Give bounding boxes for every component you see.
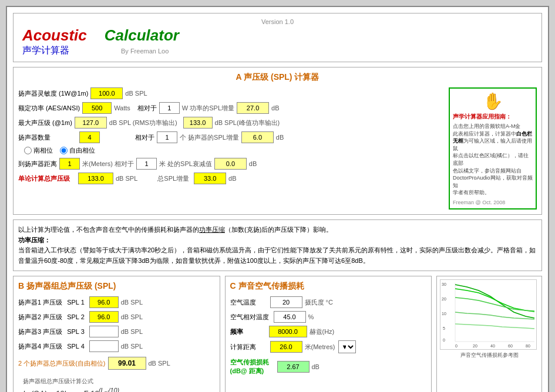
speaker1-unit: dB SPL — [121, 299, 143, 306]
relative-label2: 相对于 — [135, 133, 154, 142]
formula-display: Lp(OA) = 10log10 Σ 10(Lpi/10) n — [23, 387, 210, 392]
section-a-title: A 声压级 (SPL) 计算器 — [18, 72, 537, 83]
total-spl-result: 133.0 — [78, 173, 113, 184]
notes-section: 以上计算为理论值，不包含声音在空气中的传播损耗和扬声器的功率压缩（加数(克扬)后… — [13, 219, 542, 271]
total-spl-label: 单论计算总声压级 — [18, 174, 70, 183]
speaker-count-input[interactable] — [79, 131, 100, 143]
ref-power-unit: W 功率的SPL增量 — [182, 104, 234, 113]
version-text: Version 1.0 — [22, 18, 533, 25]
speaker2-input[interactable] — [89, 311, 119, 323]
speaker-spl-result: 6.0 — [241, 131, 274, 143]
distance-unit-select[interactable]: ▼ — [338, 340, 356, 353]
speaker4-input[interactable] — [89, 340, 119, 352]
radio-group: 南相位 自由相位 — [24, 146, 443, 155]
attenuation-result: 2.67 — [277, 361, 310, 373]
attenuation-unit: dB — [312, 363, 319, 370]
chart-svg: 30 20 10 5 0 0 20 40 60 80 — [440, 280, 537, 350]
humidity-input[interactable] — [274, 311, 306, 323]
distance-unit: 米(Meters) 相对于 — [82, 160, 134, 168]
frequency-input[interactable] — [269, 326, 307, 337]
speaker1-input[interactable] — [89, 296, 119, 308]
subtitle-row: 声学计算器 By Freeman Loo — [22, 45, 533, 57]
title-acoustic: Acoustic — [22, 26, 87, 45]
svg-text:60: 60 — [508, 344, 513, 348]
speaker3-label: 扬声器3 声压级 — [18, 327, 62, 336]
distance-input[interactable] — [59, 158, 80, 170]
speaker3-row: 扬声器3 声压级 SPL 3 dB SPL — [18, 326, 215, 337]
total-b-result: 99.01 — [108, 357, 146, 370]
rated-power-input[interactable] — [82, 102, 112, 114]
total-b-unit: dB SPL — [149, 360, 170, 367]
rated-power-unit: Watts — [114, 104, 130, 111]
distance-row: 到扬声器距离 米(Meters) 相对于 米 处的SPL衰减值 0.0 dB — [18, 158, 443, 170]
radio-free-label[interactable]: 自由相位 — [60, 146, 95, 155]
power-spl-result: 27.0 — [237, 102, 269, 114]
calc-distance-input[interactable] — [270, 341, 302, 353]
section-a: A 声压级 (SPL) 计算器 扬声器灵敏度 (1W@1m) dB SPL 额定… — [13, 67, 542, 215]
guide-body: 点击您上用的音频软组A-M金 此表相应计算器，计算器中白色栏 无框为可输入区域，… — [453, 123, 533, 197]
speaker3-id: SPL 3 — [67, 328, 85, 335]
ref-power-input[interactable] — [159, 102, 180, 114]
air-temp-input[interactable] — [270, 296, 302, 308]
speaker2-row: 扬声器2 声压级 SPL 2 dB SPL — [18, 311, 215, 323]
ref-speaker-input[interactable] — [157, 131, 177, 143]
svg-text:30: 30 — [442, 282, 446, 286]
speaker4-id: SPL 4 — [67, 343, 85, 350]
svg-text:0: 0 — [455, 344, 458, 348]
speaker2-id: SPL 2 — [67, 313, 85, 320]
calc-distance-label: 计算距离 — [230, 343, 256, 352]
svg-text:10: 10 — [442, 312, 446, 316]
total-spl-row: 单论计算总声压级 133.0 dB SPL 总SPL增量 33.0 dB — [18, 173, 443, 184]
relative-label1: 相对于 — [137, 104, 157, 113]
total-b-label: 2 个扬声器总声压级(自由相位) — [18, 359, 106, 368]
max-spl-row: 最大声压级 (@1m) 127.0 dB SPL (RMS功率输出) 133.0… — [18, 117, 443, 129]
distance-spl-unit: dB — [249, 160, 257, 167]
frequency-row: 频率 赫兹(Hz) — [230, 326, 427, 337]
guide-footer: Freeman @ Oct. 2008 — [453, 200, 533, 205]
section-a-left: 扬声器灵敏度 (1W@1m) dB SPL 额定功率 (AES/ANSI) Wa… — [18, 87, 443, 209]
svg-text:0: 0 — [443, 338, 445, 342]
ref-distance-input[interactable] — [136, 158, 157, 170]
notes-line1: 以上计算为理论值，不包含声音在空气中的传播损耗和扬声器的功率压缩（加数(克扬)后… — [18, 226, 332, 233]
max-spl-label: 最大声压级 (@1m) — [18, 119, 72, 127]
total-spl-unit: dB SPL — [116, 175, 137, 182]
speaker3-input[interactable] — [89, 326, 119, 337]
max-spl-peak-unit: dB SPL(峰值功率输出) — [215, 119, 280, 127]
speaker2-unit: dB SPL — [121, 313, 143, 320]
total-b-row: 2 个扬声器总声压级(自由相位) 99.01 dB SPL — [18, 357, 215, 370]
total-increase-label: 总SPL增量 — [157, 174, 189, 183]
attenuation-result-row: 空气传损损耗(dB@ 距离) 2.67 dB — [230, 358, 427, 376]
total-increase-unit: dB — [228, 175, 236, 182]
sensitivity-input[interactable] — [90, 87, 123, 99]
power-spl-unit: dB — [271, 104, 279, 111]
distance-spl-result: 0.0 — [214, 158, 247, 170]
radio-south[interactable] — [24, 147, 32, 154]
ref-speaker-unit: 个 扬声器的SPL增量 — [180, 133, 239, 142]
air-temp-row: 空气温度 摄氏度 °C — [230, 296, 427, 308]
speaker-spl-unit: dB — [276, 134, 284, 141]
radio-south-label[interactable]: 南相位 — [24, 146, 53, 155]
humidity-unit: % — [308, 313, 314, 320]
speaker-count-label: 扬声器数量 — [18, 133, 51, 142]
frequency-unit: 赫兹(Hz) — [310, 327, 335, 336]
max-spl-peak-result: 133.0 — [183, 117, 213, 129]
bottom-row: B 扬声器组总声压级 (SPL) 扬声器1 声压级 SPL 1 dB SPL 扬… — [13, 276, 542, 392]
svg-text:20: 20 — [442, 297, 446, 301]
speaker1-label: 扬声器1 声压级 — [18, 298, 62, 307]
distance-label: 到扬声器距离 — [18, 160, 57, 168]
svg-text:40: 40 — [490, 344, 495, 348]
chart-area: 30 20 10 5 0 0 20 40 60 80 — [440, 279, 537, 350]
humidity-label: 空气相对温度 — [230, 313, 269, 322]
speaker4-unit: dB SPL — [121, 343, 143, 350]
subtitle-by: By Freeman Loo — [121, 48, 169, 55]
speaker2-label: 扬声器2 声压级 — [18, 313, 62, 322]
section-c: C 声音空气传播损耗 空气温度 摄氏度 °C 空气相对温度 % 频率 赫兹(Hz… — [225, 276, 432, 392]
air-temp-unit: 摄氏度 °C — [305, 298, 333, 307]
sensitivity-label: 扬声器灵敏度 (1W@1m) — [18, 89, 88, 98]
air-temp-label: 空气温度 — [230, 298, 256, 307]
header-section: Version 1.0 Acoustic Calculator 声学计算器 By… — [13, 13, 542, 62]
notes-body: 当音箱进入工作状态（譬如等于或大于满功率20秒之后），音箱和磁仿系统温升高，由于… — [18, 246, 536, 264]
attenuation-label: 空气传损损耗(dB@ 距离) — [230, 358, 269, 376]
title-row: Acoustic Calculator — [22, 26, 533, 45]
radio-free[interactable] — [60, 147, 68, 154]
